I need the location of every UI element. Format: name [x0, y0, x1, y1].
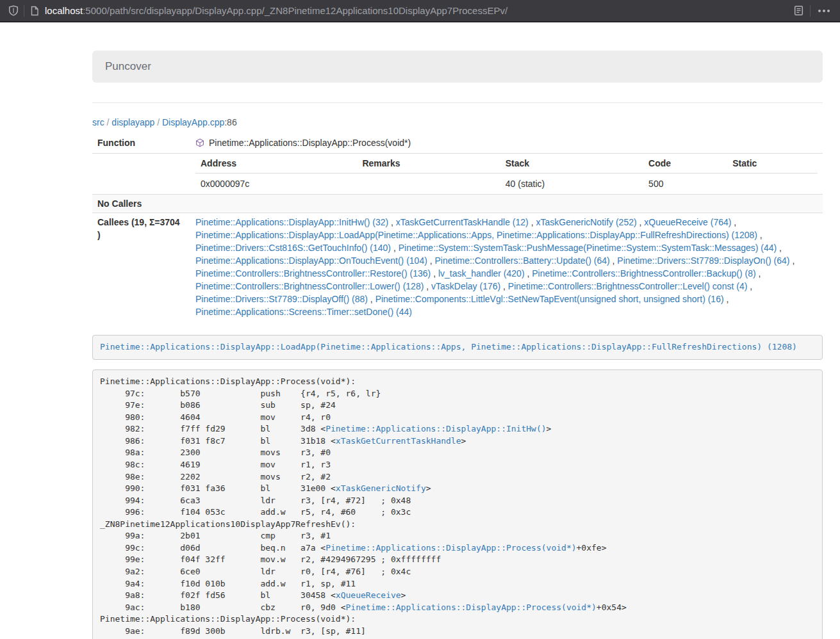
disassembly: Pinetime::Applications::DisplayApp::Proc…	[92, 369, 823, 639]
stats-header-code: Code	[643, 154, 727, 174]
callee-link[interactable]: xTaskGenericNotify (252)	[536, 217, 636, 227]
page-actions-menu-icon[interactable]	[817, 8, 831, 13]
breadcrumb: src / displayapp / DisplayApp.cpp:86	[92, 116, 823, 129]
callee-link[interactable]: Pinetime::Applications::DisplayApp::Init…	[195, 217, 388, 227]
top-callee-highlight: Pinetime::Applications::DisplayApp::Load…	[92, 335, 823, 360]
breadcrumb-link-src[interactable]: src	[92, 117, 104, 127]
no-callers-label: No Callers	[92, 195, 190, 213]
callee-link[interactable]: Pinetime::Drivers::Cst816S::GetTouchInfo…	[195, 243, 391, 253]
breadcrumb-link-displayapp[interactable]: displayapp	[111, 117, 154, 127]
stats-header-row: AddressRemarksStackCodeStatic	[195, 154, 818, 174]
breadcrumb-line-number: :86	[224, 117, 236, 127]
callee-link[interactable]: Pinetime::Applications::DisplayApp::Load…	[195, 230, 757, 240]
stats-value-row: 0x0000097c40 (static)500	[195, 174, 818, 195]
callee-separator: ,	[731, 217, 736, 227]
code-symbol-link[interactable]: Pinetime::Applications::DisplayApp::Proc…	[325, 543, 576, 553]
callees-list: Pinetime::Applications::DisplayApp::Init…	[190, 213, 823, 321]
callee-link[interactable]: Pinetime::Applications::Screens::Timer::…	[195, 307, 412, 317]
function-row: Function Pinetime::Applications::Display…	[92, 134, 823, 154]
callee-link[interactable]: xQueueReceive (764)	[644, 217, 731, 227]
callee-link[interactable]: Pinetime::Drivers::St7789::DisplayOn() (…	[617, 255, 789, 266]
callee-link[interactable]: lv_task_handler (420)	[438, 268, 525, 279]
stats-value-static	[727, 174, 818, 195]
url-path: :5000/path/src/displayapp/DisplayApp.cpp…	[83, 5, 507, 16]
stats-value-stack: 40 (static)	[500, 174, 643, 195]
callee-link[interactable]: Pinetime::Controllers::BrightnessControl…	[195, 268, 431, 279]
callee-separator: ,	[388, 217, 396, 227]
stats-value-remarks	[357, 174, 500, 195]
callee-link[interactable]: Pinetime::Controllers::Battery::Update()…	[435, 255, 610, 266]
code-symbol-link[interactable]: xTaskGenericNotify	[336, 483, 426, 493]
breadcrumb-separator: /	[104, 117, 112, 127]
code-symbol-link[interactable]: xTaskGetCurrentTaskHandle	[336, 436, 461, 446]
stats-table: AddressRemarksStackCodeStatic 0x0000097c…	[195, 154, 818, 194]
callee-separator: ,	[757, 230, 762, 240]
code-symbol-link[interactable]: Pinetime::Applications::DisplayApp::Init…	[325, 424, 546, 433]
callee-separator: ,	[525, 268, 532, 279]
stats-header-remarks: Remarks	[357, 154, 500, 174]
callee-separator: ,	[724, 294, 729, 304]
toolbar-divider	[24, 5, 24, 17]
callee-separator: ,	[747, 281, 752, 291]
code-symbol-link[interactable]: xQueueReceive	[336, 590, 401, 600]
callee-link[interactable]: Pinetime::Controllers::BrightnessControl…	[532, 268, 755, 279]
stats-value-code: 500	[643, 174, 727, 195]
callee-link[interactable]: Pinetime::System::SystemTask::PushMessag…	[399, 243, 777, 253]
stats-header-static: Static	[727, 154, 818, 174]
stats-header-stack: Stack	[500, 154, 643, 174]
callee-link[interactable]: xTaskGetCurrentTaskHandle (12)	[396, 217, 529, 227]
page-icon[interactable]	[30, 6, 39, 16]
callee-separator: ,	[368, 294, 375, 304]
content-container: Puncover src / displayapp / DisplayApp.c…	[92, 51, 823, 639]
callees-row: Callees (19, Σ=3704 ) Pinetime::Applicat…	[92, 213, 823, 321]
code-symbol-link[interactable]: Pinetime::Applications::DisplayApp::Proc…	[346, 603, 597, 612]
shield-icon[interactable]	[8, 5, 19, 16]
callee-separator: ,	[500, 281, 508, 291]
callee-separator: ,	[790, 255, 795, 266]
function-name: Pinetime::Applications::DisplayApp::Proc…	[209, 138, 411, 148]
callee-separator: ,	[777, 243, 782, 253]
stats-value-address: 0x0000097c	[195, 174, 357, 195]
callee-separator: ,	[424, 281, 431, 291]
callee-link[interactable]: Pinetime::Controllers::BrightnessControl…	[195, 281, 424, 291]
browser-toolbar: localhost:5000/path/src/displayapp/Displ…	[0, 0, 840, 22]
page-header: Puncover	[92, 51, 823, 83]
no-callers-row: No Callers	[92, 195, 823, 213]
function-table: Function Pinetime::Applications::Display…	[92, 134, 823, 321]
url-bar[interactable]: localhost:5000/path/src/displayapp/Displ…	[45, 5, 794, 16]
function-name-cell: Pinetime::Applications::DisplayApp::Proc…	[190, 134, 823, 154]
callee-separator: ,	[431, 268, 438, 279]
reader-mode-icon[interactable]	[794, 5, 803, 16]
page-title: Puncover	[105, 60, 151, 72]
stats-header-address: Address	[195, 154, 357, 174]
stats-row: AddressRemarksStackCodeStatic 0x0000097c…	[92, 154, 823, 195]
breadcrumb-link-file[interactable]: DisplayApp.cpp	[162, 117, 224, 127]
callee-separator: ,	[756, 268, 761, 279]
callee-separator: ,	[391, 243, 399, 253]
callee-link[interactable]: Pinetime::Applications::DisplayApp::OnTo…	[195, 255, 427, 266]
callee-link[interactable]: Pinetime::Components::LittleVgl::SetNewT…	[375, 294, 724, 304]
callee-separator: ,	[610, 255, 618, 266]
callee-separator: ,	[427, 255, 435, 266]
divider	[92, 102, 823, 103]
toolbar-divider	[810, 5, 811, 17]
function-label: Function	[92, 134, 190, 154]
cube-icon	[195, 139, 204, 149]
callee-link[interactable]: vTaskDelay (176)	[431, 281, 500, 291]
callee-link[interactable]: Pinetime::Controllers::BrightnessControl…	[508, 281, 747, 291]
url-host: localhost	[45, 5, 83, 16]
callee-link[interactable]: Pinetime::Drivers::St7789::DisplayOff() …	[195, 294, 368, 304]
loadapp-link[interactable]: Pinetime::Applications::DisplayApp::Load…	[100, 342, 797, 352]
callee-separator: ,	[529, 217, 536, 227]
breadcrumb-separator: /	[154, 117, 162, 127]
callee-separator: ,	[637, 217, 645, 227]
callees-label: Callees (19, Σ=3704 )	[92, 213, 190, 321]
